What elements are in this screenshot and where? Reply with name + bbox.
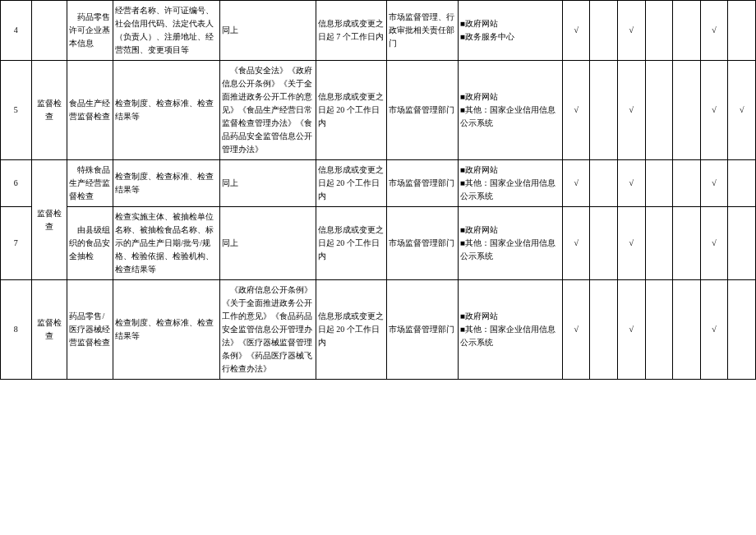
table-row: 8监督检查药品零售/医疗器械经营监督检查检查制度、检查标准、检查结果等 《政府信…	[1, 280, 756, 380]
table-row: 4 药品零售许可企业基本信息经营者名称、许可证编号、社会信用代码、法定代表人（负…	[1, 1, 756, 61]
table-row: 6监督检查 特殊食品生产经营监督检查检查制度、检查标准、检查结果等同上信息形成或…	[1, 160, 756, 207]
table-row: 7 由县级组织的食品安全抽检检查实施主体、被抽检单位名称、被抽检食品名称、标示的…	[1, 207, 756, 280]
table-row: 5监督检查食品生产经营监督检查检查制度、检查标准、检查结果等 《食品安全法》《政…	[1, 61, 756, 160]
disclosure-table: 4 药品零售许可企业基本信息经营者名称、许可证编号、社会信用代码、法定代表人（负…	[0, 0, 756, 380]
